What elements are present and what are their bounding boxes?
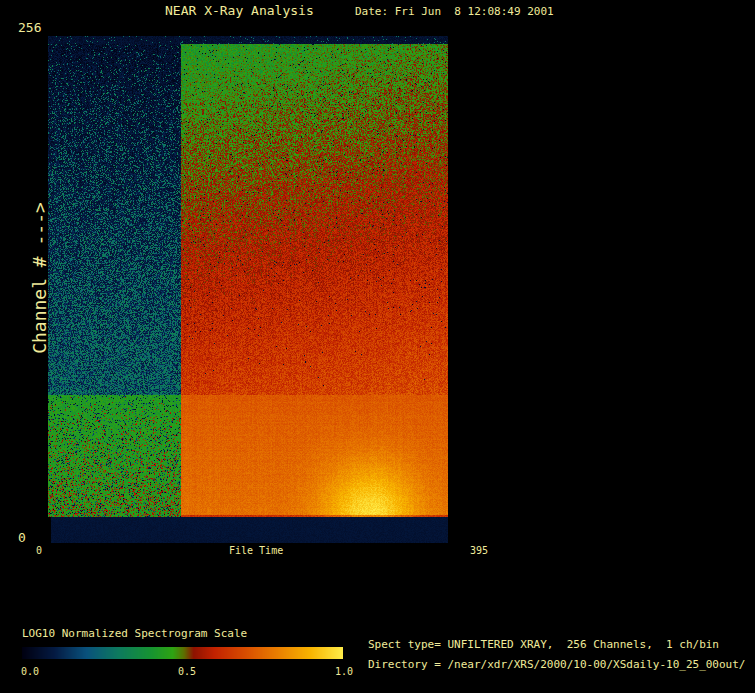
colorbar-tick-min: 0.0 — [21, 666, 39, 677]
colorbar-title: LOG10 Normalized Spectrogram Scale — [22, 628, 247, 640]
x-axis-max-label: 395 — [470, 545, 488, 556]
date-label: Date: Fri Jun 8 12:08:49 2001 — [355, 6, 554, 18]
y-axis-title: Channel # ---> — [30, 202, 50, 354]
spectrogram-canvas[interactable] — [48, 36, 448, 543]
colorbar-tick-max: 1.0 — [335, 666, 353, 677]
directory-info: Directory = /near/xdr/XRS/2000/10-00/XSd… — [368, 659, 746, 671]
page-title: NEAR X-Ray Analysis — [165, 4, 314, 18]
colorbar-tick-mid: 0.5 — [178, 666, 196, 677]
y-axis-max-label: 256 — [18, 21, 41, 35]
near-xray-analysis-window: NEAR X-Ray Analysis Date: Fri Jun 8 12:0… — [0, 0, 755, 693]
x-axis-min-label: 0 — [36, 545, 42, 556]
spect-type-info: Spect type= UNFILTERED XRAY, 256 Channel… — [368, 639, 719, 651]
x-axis-title: File Time — [229, 545, 283, 556]
colorbar-canvas — [22, 647, 343, 659]
y-axis-min-label: 0 — [18, 531, 26, 545]
